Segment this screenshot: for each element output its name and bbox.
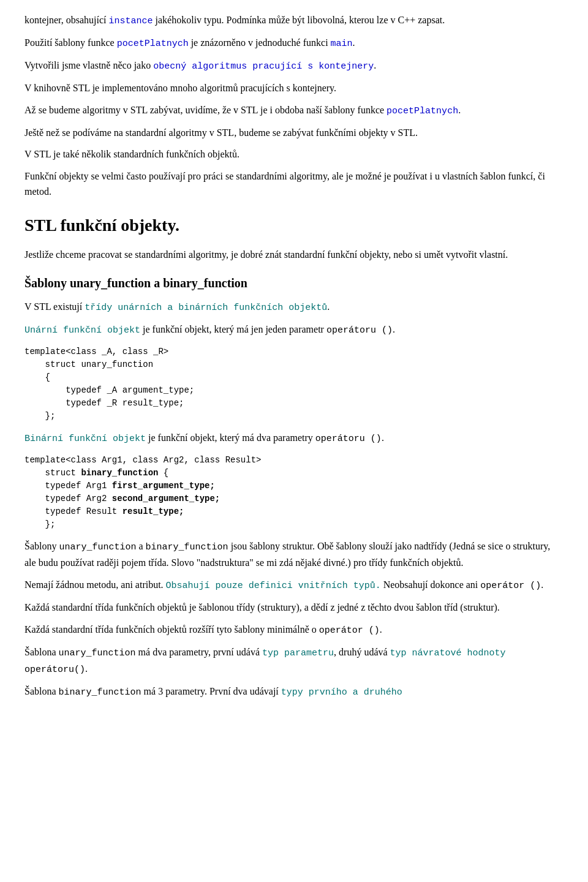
text-sablony: Šablony [24, 541, 59, 551]
main-content: kontejner, obsahující instance jakéhokol… [24, 12, 564, 700]
text-vytvorili: Vytvořili jsme vlastně něco jako [24, 60, 153, 70]
highlight-unarni: Unární funkční objekt [24, 325, 140, 336]
text-a: a [136, 541, 145, 551]
text-ma-dva: má dva parametry, první udává [136, 647, 262, 657]
text-vstl-existuji: V STL existují [24, 301, 85, 312]
text-jestlize: Jestliže chceme pracovat se standardními… [24, 249, 508, 260]
highlight-obecny: obecný algoritmus pracující s kontejnery [153, 61, 374, 72]
code-unary-function-1: unary_function [59, 542, 136, 552]
text-nemaji: Nemají žádnou metodu, ani atribut. [24, 579, 166, 590]
paragraph-8: Funkční objekty se velmi často používají… [24, 168, 564, 200]
paragraph-10: V STL existují třídy unárních a binárníc… [24, 299, 564, 315]
text-neobsahuji: Neobsahují dokonce ani [381, 579, 481, 590]
code-main: main [331, 39, 353, 49]
text-kontejner: kontejner, obsahující [24, 15, 109, 25]
paragraph-4: V knihovně STL je implementováno mnoho a… [24, 80, 564, 96]
text-je-funkcni: je funkční objekt, který má jen jeden pa… [140, 324, 326, 334]
code-line-binary: template<class Arg1, class Arg2, class R… [24, 455, 261, 529]
text-dot-9: . [85, 663, 88, 674]
paragraph-13: Šablony unary_function a binary_function… [24, 538, 564, 571]
code-operator-2: operátoru () [315, 434, 382, 444]
text-dot-5: . [393, 324, 395, 334]
code-block-unary: template<class _A, class _R> struct unar… [24, 345, 564, 423]
text-funkcni-objekty: Funkční objekty se velmi často používají… [24, 171, 545, 197]
text-sablona-binary: Šablona [24, 686, 59, 696]
code-operator-4: operátor () [319, 625, 380, 636]
paragraph-11: Unární funkční objekt je funkční objekt,… [24, 322, 564, 338]
text-dot-4: . [327, 301, 330, 312]
text-znazorneno: je znázorněno v jednoduché funkci [189, 37, 331, 48]
text-jakehokoliv: jakéhokoliv typu. Podmínka může být libo… [153, 15, 445, 25]
highlight-obsahuji: Obsahují pouze definici vnitřních typů. [166, 581, 381, 591]
code-pocetPlatnych-2: pocetPlatnych [386, 106, 458, 116]
code-binary-function-1: binary_function [146, 542, 228, 552]
highlight-typ-parametru: typ parametru [262, 648, 334, 658]
paragraph-2: Použití šablony funkce pocetPlatnych je … [24, 35, 564, 51]
text-ma-3: má 3 parametry. První dva udávají [141, 686, 281, 696]
text-dot-6: . [382, 432, 384, 443]
paragraph-18: Šablona binary_function má 3 parametry. … [24, 684, 564, 700]
highlight-typy-prvniho: typy prvního a druhého [281, 687, 402, 698]
text-sablona-unary: Šablona [24, 647, 59, 657]
code-block-binary: template<class Arg1, class Arg2, class R… [24, 454, 564, 531]
text-vstl: V STL je také několik standardních funkč… [24, 149, 239, 159]
paragraph-14: Nemají žádnou metodu, ani atribut. Obsah… [24, 577, 564, 594]
subsection-title-sablony: Šablony unary_function a binary_function [24, 273, 564, 293]
paragraph-7: V STL je také několik standardních funkč… [24, 146, 564, 162]
code-instance: instance [109, 16, 153, 26]
highlight-typ-nav: typ návratové hodnoty [390, 648, 506, 658]
text-pouziti: Použití šablony funkce [24, 37, 117, 48]
paragraph-9: Jestliže chceme pracovat se standardními… [24, 247, 564, 263]
section-title-stl: STL funkční objekty. [24, 212, 564, 239]
code-operatoru: operátoru() [24, 665, 85, 675]
paragraph-16: Každá standardní třída funkčních objektů… [24, 622, 564, 638]
paragraph-15: Každá standardní třída funkčních objektů… [24, 600, 564, 616]
text-kazda-rozsiri: Každá standardní třída funkčních objektů… [24, 624, 319, 635]
text-az-se: Až se budeme algoritmy v STL zabývat, uv… [24, 105, 386, 115]
paragraph-12: Binární funkční objekt je funkční objekt… [24, 430, 564, 447]
highlight-binarni: Binární funkční objekt [24, 434, 146, 444]
text-jeste: Ještě než se podíváme na standardní algo… [24, 127, 418, 138]
text-kazda-standardni: Každá standardní třída funkčních objektů… [24, 602, 500, 612]
code-line-1: template<class _A, class _R> struct unar… [24, 347, 194, 421]
text-dot-1: . [353, 37, 355, 48]
paragraph-5: Až se budeme algoritmy v STL zabývat, uv… [24, 102, 564, 119]
text-dot-2: . [374, 60, 376, 70]
code-pocetPlatnych-1: pocetPlatnych [117, 39, 189, 49]
text-dot-7: . [541, 579, 543, 590]
code-operator-1: operátoru () [326, 325, 393, 336]
text-druhy-udava: , druhý udává [334, 647, 390, 657]
paragraph-1: kontejner, obsahující instance jakéhokol… [24, 12, 564, 29]
text-dot-3: . [458, 105, 461, 115]
text-vknihovna: V knihovně STL je implementováno mnoho a… [24, 83, 336, 93]
highlight-tridy: třídy unárních a binárních funkčních obj… [85, 303, 327, 313]
text-dot-8: . [380, 624, 382, 635]
code-operator-3: operátor () [480, 581, 541, 591]
code-unary-function-2: unary_function [59, 648, 136, 658]
paragraph-17: Šablona unary_function má dva parametry,… [24, 644, 564, 677]
paragraph-3: Vytvořili jsme vlastně něco jako obecný … [24, 58, 564, 74]
text-je-funkcni-dva: je funkční objekt, který má dva parametr… [146, 432, 315, 443]
paragraph-6: Ještě než se podíváme na standardní algo… [24, 125, 564, 141]
code-binary-function-2: binary_function [59, 687, 141, 698]
